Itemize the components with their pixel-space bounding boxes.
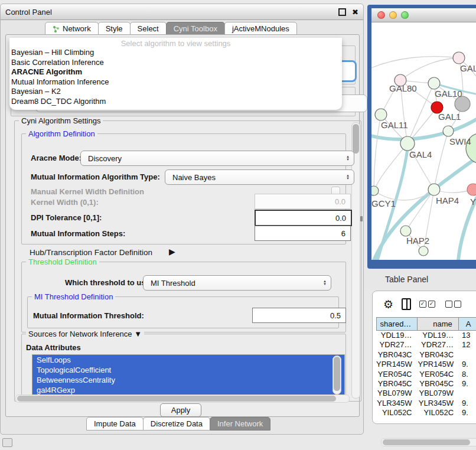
algorithm-option[interactable]: ARACNE Algorithm xyxy=(9,67,342,77)
table-row[interactable]: YBL079WYBL079W xyxy=(376,389,476,398)
table-row[interactable]: YBR045CYBR045C9. xyxy=(376,379,476,389)
network-node-HAP2[interactable] xyxy=(400,226,411,236)
table-cell: YPR145W xyxy=(376,360,418,369)
scrollbar-thumb[interactable] xyxy=(334,357,340,391)
manual-kernel-label: Manual Kernel Width Definition xyxy=(31,187,144,196)
algorithm-option[interactable]: Dream8 DC_TDC Algorithm xyxy=(9,97,342,107)
attribute-list-item[interactable]: gal4RGexp xyxy=(32,385,344,395)
network-edge[interactable] xyxy=(374,144,407,191)
tab-select[interactable]: Select xyxy=(130,22,167,35)
table-row[interactable]: YPR145WYPR145W9. xyxy=(376,360,476,369)
network-node-GCY1[interactable] xyxy=(371,186,379,195)
network-node-GAL11[interactable] xyxy=(375,109,387,120)
control-panel-titlebar[interactable]: Control Panel ✖ xyxy=(1,4,363,20)
mi-threshold-value: 0.5 xyxy=(330,311,341,320)
column-header[interactable]: A xyxy=(459,318,476,330)
column-header[interactable]: name xyxy=(418,318,458,330)
column-header[interactable]: shared… xyxy=(377,318,418,330)
algorithm-option[interactable]: Basic Correlation Inference xyxy=(9,58,342,68)
mi-type-combo[interactable]: Naive Bayes ▲▼ xyxy=(165,169,354,185)
network-edge[interactable] xyxy=(458,198,476,260)
which-threshold-combo[interactable]: MI Threshold ▲▼ xyxy=(143,275,331,291)
table-cell: YER054C xyxy=(418,370,460,379)
table-row[interactable]: YDR27…YDR27…12 xyxy=(376,340,476,350)
attribute-list-item[interactable]: TopologicalCoefficient xyxy=(32,365,344,375)
network-titlebar[interactable] xyxy=(371,8,476,22)
algorithm-option[interactable]: Bayesian – Hill Climbing xyxy=(9,48,342,58)
select-all-columns-icon[interactable]: ✓✓ xyxy=(419,301,437,308)
dpi-tolerance-field[interactable]: 0.0 xyxy=(255,210,352,226)
gear-icon[interactable]: ⚙ xyxy=(383,298,393,311)
tab-label: Network xyxy=(63,24,91,33)
tab-network[interactable]: Network xyxy=(45,22,99,35)
table-panel-window: ⚙ ✓✓ shared…nameA YDL19…YDL19…13YDR27…YD… xyxy=(372,291,476,424)
table-row[interactable]: YDL19…YDL19…13 xyxy=(376,331,476,340)
table-cell: YBR043C xyxy=(376,350,418,360)
hub-definition-label[interactable]: Hub/Transcription Factor Definition xyxy=(30,248,152,257)
attribute-list-item[interactable]: BetweennessCentrality xyxy=(32,375,344,385)
attributes-scrollbar[interactable] xyxy=(332,356,341,394)
algorithm-option[interactable]: Mutual Information Inference xyxy=(9,77,342,87)
network-graph[interactable]: GALGAL80GAL10GAL1GAL11SWI4GAL4GCY1HAP4YH… xyxy=(371,22,476,260)
hub-expand-arrow-icon[interactable]: ▶ xyxy=(169,247,175,256)
table-row[interactable]: YBR043CYBR043C xyxy=(376,350,476,360)
settings-horizontal-scrollbar[interactable] xyxy=(15,394,350,403)
network-canvas[interactable]: GALGAL80GAL10GAL1GAL11SWI4GAL4GCY1HAP4YH… xyxy=(371,22,476,260)
table-row[interactable]: YIL052CYIL052C9. xyxy=(376,408,476,418)
close-icon[interactable]: ✖ xyxy=(352,8,358,17)
zoom-traffic-light-icon[interactable] xyxy=(401,11,409,19)
apply-button[interactable]: Apply xyxy=(160,403,201,417)
network-edge[interactable] xyxy=(371,57,459,69)
collapsed-panel-icon[interactable] xyxy=(2,438,12,447)
aracne-mode-value: Discovery xyxy=(88,154,122,163)
table-cell: YDL19… xyxy=(418,331,460,340)
algorithm-option[interactable]: Bayesian – K2 xyxy=(9,87,342,97)
table-cell: YIL052C xyxy=(376,408,418,418)
deselect-all-columns-icon[interactable] xyxy=(445,301,463,308)
algorithm-dropdown-placeholder: Select algorithm to view settings xyxy=(9,39,342,48)
tab-label: Cyni Toolbox xyxy=(174,24,217,33)
mi-steps-field[interactable]: 6 xyxy=(255,226,351,241)
cyni-settings-legend: Cyni Algorithm Settings xyxy=(19,116,103,125)
tab-jactivemnodules[interactable]: jActiveMNodules xyxy=(224,22,297,35)
columns-icon[interactable] xyxy=(402,298,410,310)
scrollbar-thumb[interactable] xyxy=(353,124,359,154)
table-cell: YIL052C xyxy=(418,408,460,418)
network-edge[interactable] xyxy=(400,58,459,80)
close-traffic-light-icon[interactable] xyxy=(377,11,385,19)
kernel-width-field[interactable]: 0.0 xyxy=(255,194,351,209)
tab-label: Impute Data xyxy=(94,419,136,428)
table-horizontal-scrollbar[interactable] xyxy=(381,438,476,446)
network-node-GAL4[interactable] xyxy=(400,136,415,151)
tab-style[interactable]: Style xyxy=(98,22,131,35)
scrollbar-thumb[interactable] xyxy=(17,396,336,402)
float-window-icon[interactable] xyxy=(338,8,346,16)
aracne-mode-combo[interactable]: Discovery ▲▼ xyxy=(80,151,354,166)
sources-collapse-arrow-icon[interactable]: ▼ xyxy=(134,330,142,338)
node-table: shared…nameA YDL19…YDL19…13YDR27…YDR27…1… xyxy=(376,317,476,423)
attribute-list-item[interactable]: SelfLoops xyxy=(32,355,344,365)
network-window: GALGAL80GAL10GAL1GAL11SWI4GAL4GCY1HAP4YH… xyxy=(371,8,476,260)
tab-discretize-data[interactable]: Discretize Data xyxy=(143,417,210,431)
tab-cyni-toolbox[interactable]: Cyni Toolbox xyxy=(166,22,225,35)
mi-threshold-legend: MI Threshold Definition xyxy=(32,292,115,301)
network-node-bottom-node[interactable] xyxy=(419,246,428,256)
minimize-traffic-light-icon[interactable] xyxy=(389,11,397,19)
table-row[interactable]: YER054CYER054C8. xyxy=(376,370,476,379)
combo-arrows-icon: ▲▼ xyxy=(323,280,327,286)
tab-infer-network[interactable]: Infer Network xyxy=(210,417,270,431)
network-node-pink-top[interactable] xyxy=(453,52,465,64)
network-node-HAP4[interactable] xyxy=(428,184,440,195)
table-row[interactable]: YLR345WYLR345W9. xyxy=(376,399,476,408)
mi-type-value: Naive Bayes xyxy=(172,173,216,182)
table-cell: YBR045C xyxy=(418,379,460,389)
scrollbar-thumb[interactable] xyxy=(383,439,470,445)
network-node-SWI4[interactable] xyxy=(443,126,454,136)
table-cell: YBR045C xyxy=(376,379,418,389)
network-node-GAL10[interactable] xyxy=(428,77,440,89)
tab-impute-data[interactable]: Impute Data xyxy=(86,417,144,431)
network-node-salmon-right[interactable] xyxy=(467,184,476,195)
mi-threshold-field[interactable]: 0.5 xyxy=(252,308,346,323)
data-attributes-list[interactable]: SelfLoopsTopologicalCoefficientBetweenne… xyxy=(32,354,345,396)
panel-divider-grip[interactable] xyxy=(360,216,363,221)
